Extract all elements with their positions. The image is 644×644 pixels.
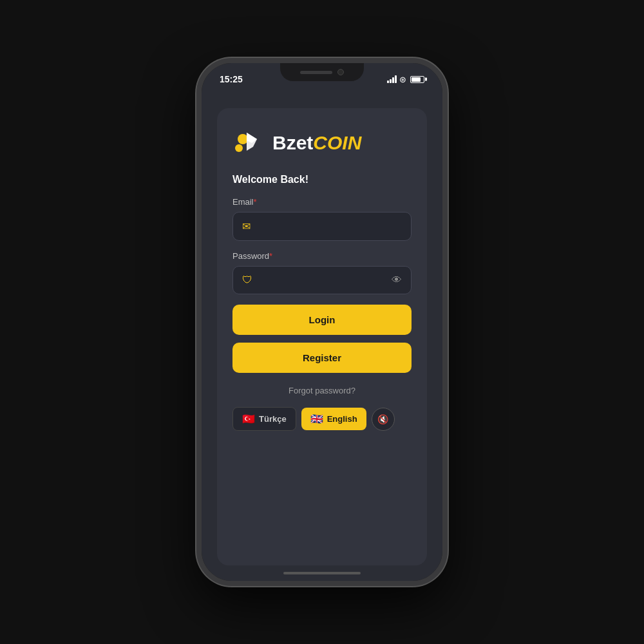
power-button [446,192,448,250]
wifi-icon: ⊛ [399,75,406,84]
logo-text: BzetCOIN [272,132,361,154]
sound-toggle-button[interactable]: 🔇 [372,408,395,431]
notch [280,63,364,81]
shield-icon: 🛡 [242,274,252,286]
english-language-button[interactable]: 🇬🇧 English [301,408,366,430]
phone-screen: 15:25 ⊛ [202,63,442,581]
email-input-wrapper[interactable]: ✉ [232,212,412,241]
email-icon: ✉ [242,220,251,232]
email-input[interactable] [257,222,402,232]
volume-up-button [196,182,198,221]
status-icons: ⊛ [387,75,424,84]
home-indicator [283,572,361,574]
password-input-wrapper[interactable]: 🛡 👁 [232,266,412,294]
speaker [300,71,332,74]
toggle-password-icon[interactable]: 👁 [392,274,402,286]
logo-area: BzetCOIN [232,126,412,160]
welcome-text: Welcome Back! [232,174,412,185]
email-label: Email* [232,197,412,207]
language-selector: 🇹🇷 Türkçe 🇬🇧 English 🔇 [232,407,412,431]
turkish-flag-icon: 🇹🇷 [242,413,255,425]
signal-icon [387,75,397,83]
camera [337,69,344,75]
battery-icon [410,76,424,83]
volume-silent-button [196,153,198,174]
svg-point-0 [238,134,248,144]
login-button[interactable]: Login [232,305,412,335]
sound-icon: 🔇 [377,414,388,424]
password-label: Password* [232,251,412,261]
logo-icon [232,126,266,160]
english-flag-icon: 🇬🇧 [310,413,323,425]
turkish-language-button[interactable]: 🇹🇷 Türkçe [232,407,296,431]
register-button[interactable]: Register [232,343,412,373]
forgot-password-link[interactable]: Forgot password? [232,386,412,395]
screen-content: BzetCOIN Welcome Back! Email* ✉ Password… [202,63,442,581]
phone-frame: 15:25 ⊛ [196,58,448,586]
svg-point-1 [235,144,243,152]
password-input[interactable] [259,275,385,285]
app-card: BzetCOIN Welcome Back! Email* ✉ Password… [217,108,427,565]
volume-down-button [196,229,198,268]
status-time: 15:25 [220,74,243,84]
